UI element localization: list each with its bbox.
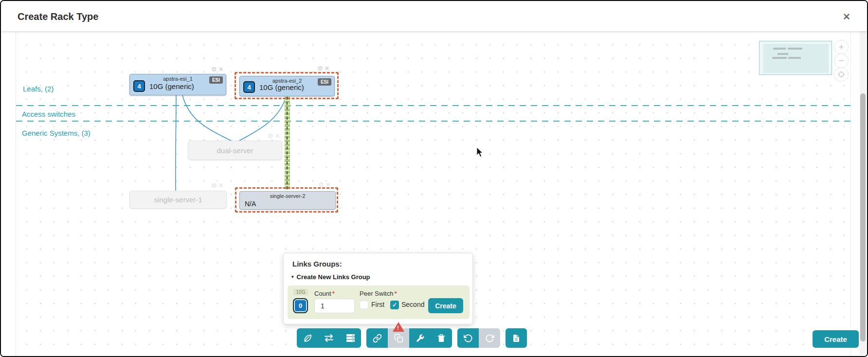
- esi-badge: ESI: [318, 78, 331, 86]
- port-count-badge[interactable]: 4: [133, 80, 145, 92]
- minus-icon: −: [838, 55, 844, 66]
- warning-mark: !: [397, 325, 399, 331]
- count-label: Count*: [314, 290, 335, 297]
- node-actions-single-server-1[interactable]: ⚙✕: [211, 182, 225, 189]
- document-button[interactable]: [506, 328, 527, 348]
- close-icon[interactable]: ✕: [218, 66, 225, 73]
- exchange-arrows-icon: [324, 334, 334, 342]
- create-new-links-group-toggle[interactable]: ▾Create New Links Group: [291, 273, 370, 281]
- create-button[interactable]: Create: [813, 330, 859, 348]
- links-group-create-button[interactable]: Create: [428, 298, 463, 313]
- required-mark: *: [332, 290, 335, 297]
- node-speed-label: 10G (generic): [149, 82, 194, 90]
- node-actions-leaf1[interactable]: ⚙✕: [211, 66, 225, 73]
- close-icon[interactable]: ✕: [275, 132, 282, 140]
- canvas-right-border: [850, 31, 851, 356]
- node-single-server-1[interactable]: single-server-1: [129, 191, 227, 209]
- separator-leafs-access: [16, 105, 850, 106]
- zoom-in-button[interactable]: +: [834, 40, 849, 54]
- dialog-header: Create Rack Type ✕: [1, 1, 867, 31]
- caret-down-icon: ▾: [291, 274, 294, 279]
- close-icon[interactable]: ✕: [325, 65, 331, 72]
- node-value: N/A: [245, 200, 256, 208]
- node-actions-leaf2[interactable]: ⚙✕: [317, 65, 331, 72]
- leaf-icon: [303, 334, 312, 343]
- tools-button[interactable]: [409, 328, 431, 348]
- close-icon[interactable]: ✕: [218, 182, 225, 189]
- peer-switch-label: Peer Switch*: [360, 290, 397, 297]
- gear-icon[interactable]: ⚙: [317, 65, 325, 72]
- delete-button[interactable]: [431, 328, 452, 348]
- link-button[interactable]: [366, 328, 388, 348]
- zoom-reset-button[interactable]: [834, 67, 849, 82]
- toolbar-group-edit: [366, 328, 452, 348]
- node-apstra-esi-2[interactable]: apstra-esi_2 ESI 4 10G (generic): [239, 76, 335, 96]
- undo-button[interactable]: [457, 328, 479, 348]
- vertical-scrollbar-thumb[interactable]: [860, 93, 866, 341]
- node-actions-single-server-2[interactable]: ⚙✕: [318, 181, 332, 188]
- minimap-node-marker: [788, 48, 802, 50]
- minimap-viewport: [763, 44, 829, 73]
- separator-access-generic: [16, 121, 850, 122]
- crosshair-icon: [837, 71, 845, 78]
- file-text-icon: [512, 334, 521, 343]
- undo-icon: [464, 334, 473, 343]
- gear-icon[interactable]: ⚙: [211, 66, 218, 73]
- port-count-chip[interactable]: 0: [293, 298, 308, 313]
- required-mark: *: [394, 290, 397, 297]
- wrench-icon: [416, 334, 425, 343]
- dialog-title: Create Rack Type: [18, 11, 98, 22]
- new-links-group-form: 10G 0 Count* Peer Switch* First ✓ Second…: [288, 286, 470, 319]
- lag-link-core: [287, 97, 288, 189]
- links-groups-panel: Links Groups: ▾Create New Links Group 10…: [283, 253, 473, 324]
- redo-button: [479, 328, 500, 348]
- node-dual-server[interactable]: dual-server: [188, 141, 282, 160]
- close-icon[interactable]: ✕: [326, 181, 332, 188]
- node-name: dual-server: [217, 146, 253, 155]
- minimap-node-marker: [773, 48, 786, 50]
- rack-icon: [346, 334, 355, 342]
- lag-link[interactable]: [285, 97, 290, 189]
- second-checkbox[interactable]: ✓: [390, 301, 399, 309]
- gear-icon[interactable]: ⚙: [318, 181, 326, 188]
- node-apstra-esi-1[interactable]: apstra-esi_1 ESI 4 10G (generic): [129, 74, 226, 95]
- speed-tag: 10G: [293, 289, 308, 295]
- gear-icon[interactable]: ⚙: [268, 132, 275, 140]
- plus-icon: +: [838, 42, 844, 53]
- first-checkbox-label: First: [371, 301, 384, 308]
- copy-icon: [394, 334, 403, 343]
- canvas-left-border: [16, 31, 16, 356]
- esi-badge: ESI: [209, 76, 223, 84]
- minimap-node-marker: [788, 57, 801, 59]
- gear-icon[interactable]: ⚙: [211, 182, 218, 189]
- dialog-close-icon[interactable]: ✕: [843, 11, 850, 22]
- minimap[interactable]: [759, 41, 832, 75]
- node-actions-dual-server[interactable]: ⚙✕: [268, 132, 282, 140]
- second-checkbox-label: Second: [401, 301, 424, 308]
- minimap-node-marker: [778, 53, 788, 55]
- trash-icon: [437, 334, 446, 343]
- row-label-leafs: Leafs, (2): [23, 85, 54, 93]
- node-name: single-server-1: [154, 196, 202, 204]
- count-input[interactable]: [314, 299, 355, 313]
- redo-icon: [485, 334, 494, 343]
- node-speed-label: 10G (generic): [259, 83, 304, 91]
- leaf-button[interactable]: [297, 328, 318, 348]
- create-rack-type-dialog: Leafs, (2) Access switches Generic Syste…: [0, 0, 868, 357]
- transfer-button[interactable]: [318, 328, 340, 348]
- port-count-badge[interactable]: 4: [243, 81, 255, 93]
- links-groups-title: Links Groups:: [292, 260, 342, 268]
- node-single-server-2[interactable]: single-server-2 N/A: [239, 191, 336, 210]
- create-new-links-group-label: Create New Links Group: [297, 273, 370, 281]
- row-label-access-switches: Access switches: [22, 110, 75, 118]
- toolbar-group-view: [297, 328, 361, 348]
- row-label-generic-systems: Generic Systems, (3): [22, 129, 90, 137]
- minimap-node-marker: [772, 57, 787, 59]
- canvas-toolbar: [297, 328, 527, 348]
- link-icon: [373, 334, 382, 343]
- first-checkbox[interactable]: [360, 301, 368, 309]
- check-icon: ✓: [392, 302, 397, 308]
- rack-view-button[interactable]: [340, 328, 361, 348]
- node-name: single-server-2: [240, 193, 335, 199]
- zoom-out-button[interactable]: −: [834, 54, 849, 68]
